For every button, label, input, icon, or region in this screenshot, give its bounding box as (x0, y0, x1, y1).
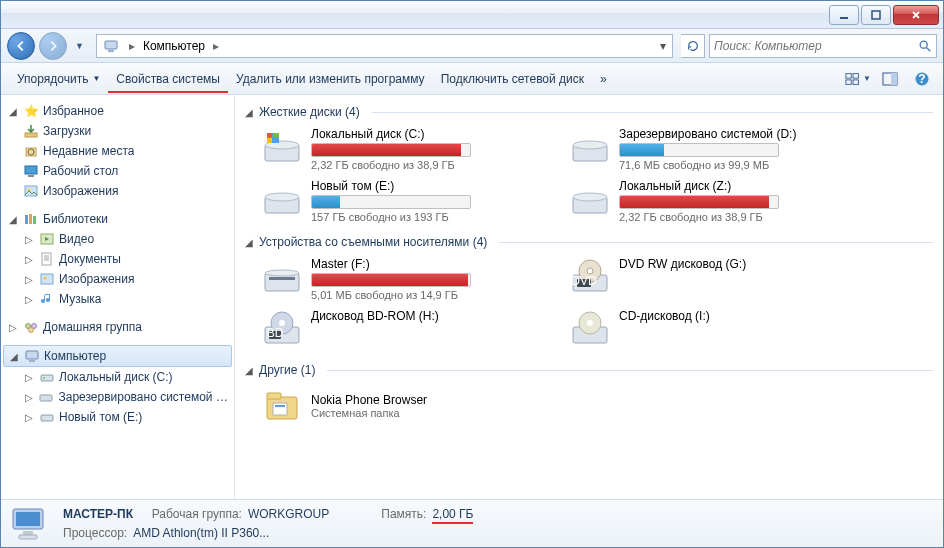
tree-documents[interactable]: ▷Документы (3, 249, 232, 269)
tree-drive-c[interactable]: ▷Локальный диск (C:) (3, 367, 232, 387)
drive-name: Master (F:) (311, 257, 541, 271)
drive-icon (261, 179, 303, 221)
svg-rect-7 (853, 73, 858, 77)
navigation-pane: ◢⭐Избранное Загрузки Недавние места Рабо… (1, 95, 235, 499)
tree-drive-e[interactable]: ▷Новый том (E:) (3, 407, 232, 427)
workgroup-label: Рабочая группа: (152, 507, 242, 521)
address-bar[interactable]: ▸ Компьютер ▸ ▾ (96, 34, 673, 58)
usage-bar (311, 143, 471, 157)
svg-point-4 (920, 41, 927, 48)
help-button[interactable]: ? (909, 68, 935, 90)
tree-homegroup[interactable]: ▷Домашняя группа (3, 317, 232, 337)
svg-point-45 (265, 193, 299, 201)
map-network-drive-button[interactable]: Подключить сетевой диск (433, 66, 592, 92)
minimize-button[interactable] (829, 5, 859, 25)
drive-name: Локальный диск (C:) (311, 127, 541, 141)
history-dropdown[interactable]: ▼ (75, 41, 84, 51)
drive-icon (261, 127, 303, 169)
item-subtitle: Системная папка (311, 407, 427, 419)
drive-item[interactable]: Master (F:)5,01 МБ свободно из 14,9 ГБ (261, 257, 541, 301)
music-icon (39, 291, 55, 307)
usage-bar (311, 273, 471, 287)
tree-drive-d[interactable]: ▷Зарезервировано системой (D:) (3, 387, 232, 407)
drive-item[interactable]: DVDDVD RW дисковод (G:) (569, 257, 849, 301)
expand-icon: ▷ (23, 233, 35, 245)
expand-icon: ▷ (23, 371, 35, 383)
collapse-icon: ◢ (245, 365, 253, 376)
preview-pane-button[interactable] (877, 68, 903, 90)
drive-name: Дисковод BD-ROM (H:) (311, 309, 541, 323)
category-other[interactable]: ◢Другие (1) (245, 363, 933, 377)
maximize-button[interactable] (861, 5, 891, 25)
category-hdd[interactable]: ◢Жесткие диски (4) (245, 105, 933, 119)
forward-button[interactable] (39, 32, 67, 60)
other-item[interactable]: Nokia Phone BrowserСистемная папка (261, 385, 541, 427)
drive-item[interactable]: Локальный диск (C:)2,32 ГБ свободно из 3… (261, 127, 541, 171)
svg-rect-49 (269, 277, 295, 280)
svg-point-29 (29, 328, 34, 333)
collapse-icon: ◢ (245, 107, 253, 118)
svg-rect-66 (273, 403, 287, 415)
search-input[interactable] (714, 39, 918, 53)
tree-downloads[interactable]: Загрузки (3, 121, 232, 141)
drive-item[interactable]: Зарезервировано системой (D:)71,6 МБ сво… (569, 127, 849, 171)
chevron-right-icon[interactable]: ▸ (125, 35, 139, 57)
tree-computer[interactable]: ◢Компьютер (3, 345, 232, 367)
breadcrumb-computer[interactable]: Компьютер (139, 35, 209, 57)
svg-rect-20 (25, 215, 28, 224)
drive-free-text: 157 ГБ свободно из 193 ГБ (311, 211, 541, 223)
pc-name: МАСТЕР-ПК (63, 507, 133, 521)
drive-item[interactable]: CD-дисковод (I:) (569, 309, 849, 351)
drive-item[interactable]: Локальный диск (Z:)2,32 ГБ свободно из 3… (569, 179, 849, 223)
tree-desktop[interactable]: Рабочий стол (3, 161, 232, 181)
refresh-button[interactable] (681, 34, 705, 58)
drive-item[interactable]: BDДисковод BD-ROM (H:) (261, 309, 541, 351)
drive-item[interactable]: Новый том (E:)157 ГБ свободно из 193 ГБ (261, 179, 541, 223)
svg-rect-25 (41, 274, 53, 284)
tree-recent[interactable]: Недавние места (3, 141, 232, 161)
overflow-button[interactable]: » (592, 66, 615, 92)
svg-rect-70 (23, 531, 33, 535)
search-box[interactable] (709, 34, 937, 58)
tree-videos[interactable]: ▷Видео (3, 229, 232, 249)
usage-bar (619, 195, 779, 209)
svg-text:DVD: DVD (571, 274, 597, 288)
tree-favorites[interactable]: ◢⭐Избранное (3, 101, 232, 121)
svg-text:BD: BD (267, 326, 284, 340)
svg-point-26 (44, 277, 47, 280)
svg-rect-32 (41, 375, 53, 381)
tree-libraries[interactable]: ◢Библиотеки (3, 209, 232, 229)
svg-rect-35 (41, 415, 53, 421)
system-properties-button[interactable]: Свойства системы (108, 66, 228, 92)
svg-rect-34 (40, 395, 52, 401)
drive-name: Зарезервировано системой (D:) (619, 127, 849, 141)
expand-icon: ▷ (23, 391, 34, 403)
drive-icon (569, 309, 611, 351)
uninstall-program-button[interactable]: Удалить или изменить программу (228, 66, 433, 92)
organize-button[interactable]: Упорядочить▼ (9, 66, 108, 92)
svg-rect-39 (267, 133, 272, 137)
view-options-button[interactable]: ▼ (845, 68, 871, 90)
svg-rect-31 (29, 360, 35, 362)
tree-music[interactable]: ▷Музыка (3, 289, 232, 309)
svg-rect-21 (29, 214, 32, 224)
drive-name: Новый том (E:) (311, 179, 541, 193)
expand-icon: ▷ (23, 273, 35, 285)
downloads-icon (23, 123, 39, 139)
chevron-right-icon[interactable]: ▸ (209, 35, 223, 57)
memory-value: 2,00 ГБ (432, 507, 473, 524)
folder-icon (261, 385, 303, 427)
close-button[interactable] (893, 5, 939, 25)
svg-rect-24 (42, 253, 51, 265)
drive-icon (569, 127, 611, 169)
drive-free-text: 2,32 ГБ свободно из 38,9 ГБ (311, 159, 541, 171)
tree-pictures[interactable]: ▷Изображения (3, 269, 232, 289)
svg-rect-67 (275, 405, 285, 407)
svg-point-47 (573, 193, 607, 201)
back-button[interactable] (7, 32, 35, 60)
address-dropdown[interactable]: ▾ (654, 39, 672, 53)
tree-pictures-fav[interactable]: Изображения (3, 181, 232, 201)
recent-icon (23, 143, 39, 159)
drive-free-text: 5,01 МБ свободно из 14,9 ГБ (311, 289, 541, 301)
category-removable[interactable]: ◢Устройства со съемными носителями (4) (245, 235, 933, 249)
